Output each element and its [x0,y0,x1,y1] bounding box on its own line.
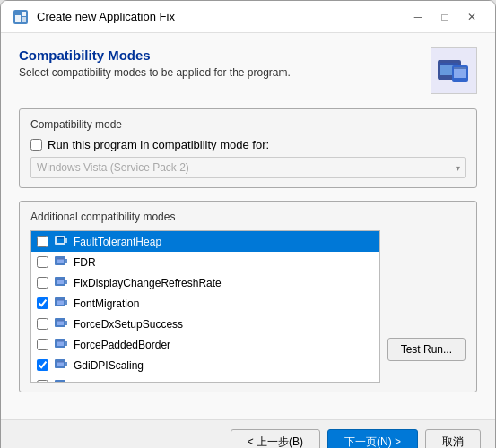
svg-rect-39 [57,382,64,383]
list-item-icon [54,315,68,332]
svg-rect-16 [57,258,64,260]
app-icon [12,8,30,26]
list-item-checkbox[interactable] [37,339,48,350]
list-item-icon [54,377,68,383]
list-item[interactable]: GdiDPIScaling [31,355,379,375]
list-item-checkbox[interactable] [37,256,48,268]
back-button[interactable]: < 上一步(B) [231,429,320,448]
list-item[interactable]: FaultTolerantHeap [31,231,379,252]
list-item-label: FaultTolerantHeap [74,236,161,248]
svg-rect-21 [65,280,67,284]
svg-rect-2 [22,12,26,16]
title-bar-buttons: ─ □ ✕ [405,7,484,27]
compat-modes-list: FaultTolerantHeapFDRFixDisplayChangeRefr… [30,230,380,383]
minimize-button[interactable]: ─ [405,7,431,27]
footer: < 上一步(B) 下一页(N) > 取消 [1,419,495,448]
list-item-label: FixDisplayChangeRefreshRate [74,277,222,289]
page-description: Select compatibility modes to be applied… [19,66,420,79]
svg-rect-33 [65,341,67,346]
page-title: Compatibility Modes [19,47,420,63]
svg-rect-37 [65,362,67,366]
cancel-button[interactable]: 取消 [425,429,481,448]
list-item[interactable]: FixDisplayChangeRefreshRate [31,272,379,293]
test-run-button[interactable]: Test Run... [387,338,466,361]
list-item-checkbox[interactable] [37,277,48,289]
run-in-compat-label: Run this program in compatibility mode f… [48,138,269,151]
list-item[interactable]: ForcePaddedBorder [31,334,379,355]
svg-rect-29 [65,321,67,325]
run-in-compat-checkbox[interactable] [30,139,42,151]
svg-rect-25 [65,300,67,305]
compat-dropdown-wrapper: Windows Vista (Service Pack 2) ▾ [30,157,466,178]
main-window: Create new Application Fix ─ □ ✕ Compati… [0,0,496,448]
svg-rect-32 [57,340,64,342]
svg-rect-40 [57,382,64,383]
svg-rect-9 [454,67,466,69]
list-item-icon [54,274,68,291]
list-item[interactable]: FontMigration [31,293,379,314]
list-item-checkbox[interactable] [37,359,48,371]
list-item[interactable]: ForceDxSetupSuccess [31,314,379,334]
header-section: Compatibility Modes Select compatibility… [19,47,477,94]
content-area: Compatibility Modes Select compatibility… [1,33,495,419]
svg-rect-13 [65,238,67,243]
additional-compat-label: Additional compatibility modes [30,211,466,223]
next-button[interactable]: 下一页(N) > [327,429,418,448]
list-item-label: ForceDxSetupSuccess [74,318,183,331]
svg-rect-1 [15,15,21,22]
compat-dropdown[interactable]: Windows Vista (Service Pack 2) [30,157,466,178]
additional-compat-group: Additional compatibility modes FaultTole… [19,201,477,392]
list-item-checkbox[interactable] [37,318,48,330]
window-title: Create new Application Fix [37,10,175,23]
svg-rect-24 [57,299,64,301]
svg-rect-38 [55,380,65,383]
list-item[interactable]: FDR [31,252,379,272]
list-item-label: GdiDPIScaling [74,359,144,372]
compatibility-icon [436,53,472,89]
list-item-icon [54,336,68,353]
list-item-label: ForcePaddedBorder [74,339,170,351]
svg-rect-36 [57,361,64,363]
svg-rect-3 [22,17,26,22]
list-item-label: HandleRegExpandSzRegistryKeys [74,380,239,383]
header-icon [431,47,477,94]
run-in-compat-row: Run this program in compatibility mode f… [30,138,466,151]
maximize-button[interactable]: □ [432,7,457,27]
title-bar-left: Create new Application Fix [12,8,175,26]
list-item-label: FDR [74,256,96,269]
list-item-checkbox[interactable] [37,236,48,247]
list-item-label: FontMigration [74,297,139,310]
list-item-checkbox[interactable] [37,380,48,383]
svg-rect-20 [57,279,64,280]
close-button[interactable]: ✕ [459,7,484,27]
title-bar: Create new Application Fix ─ □ ✕ [1,1,495,33]
svg-rect-6 [440,63,458,65]
list-item-icon [54,233,68,250]
compatibility-mode-label: Compatibility mode [30,118,466,131]
compatibility-mode-group: Compatibility mode Run this program in c… [19,108,477,188]
svg-rect-17 [65,259,67,263]
list-item[interactable]: HandleRegExpandSzRegistryKeys [31,375,379,383]
list-item-checkbox[interactable] [37,297,48,309]
header-text: Compatibility Modes Select compatibility… [19,47,420,79]
svg-rect-12 [57,237,64,239]
list-item-icon [54,357,68,374]
list-item-icon [54,295,68,312]
svg-rect-28 [57,320,64,322]
list-item-icon [54,254,68,271]
